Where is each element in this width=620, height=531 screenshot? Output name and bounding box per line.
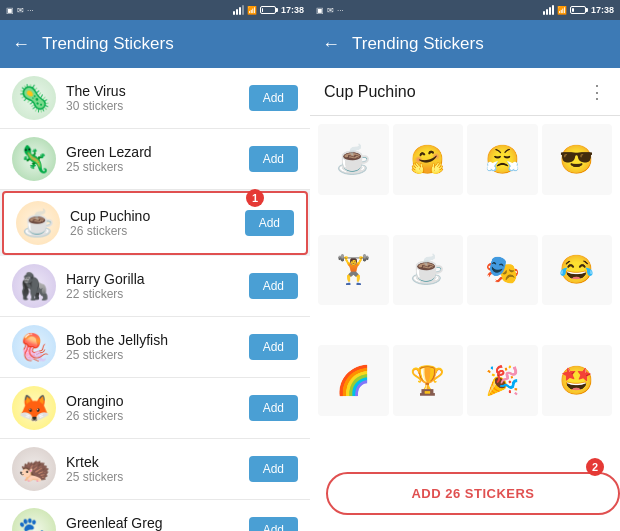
sticker-item-greenleaf[interactable]: 🐾 Greenleaf Greg 25 stickers Add xyxy=(0,500,310,531)
sticker-thumb-jellyfish: 🪼 xyxy=(12,325,56,369)
sticker-cell-10[interactable]: 🎉 xyxy=(467,345,538,416)
sticker-count-gorilla: 22 stickers xyxy=(66,287,239,301)
sticker-info-lezard: Green Lezard 25 stickers xyxy=(66,144,239,174)
sticker-item-virus[interactable]: 🦠 The Virus 30 stickers Add xyxy=(0,68,310,129)
sticker-cell-8[interactable]: 🌈 xyxy=(318,345,389,416)
badge-1: 1 xyxy=(246,189,264,207)
right-battery-icon xyxy=(570,6,588,14)
wifi-icon: 📶 xyxy=(247,6,257,15)
add-button-gorilla[interactable]: Add xyxy=(249,273,298,299)
sticker-name-lezard: Green Lezard xyxy=(66,144,239,160)
left-back-button[interactable]: ← xyxy=(12,34,30,55)
sticker-item-jellyfish[interactable]: 🪼 Bob the Jellyfish 25 stickers Add xyxy=(0,317,310,378)
sticker-name-cup: Cup Puchino xyxy=(70,208,235,224)
left-header-title: Trending Stickers xyxy=(42,34,174,54)
detail-title: Cup Puchino xyxy=(324,83,416,101)
sticker-cell-5[interactable]: ☕ xyxy=(393,235,464,306)
right-notification-icon: ▣ xyxy=(316,6,324,15)
sticker-thumb-cup: ☕ xyxy=(16,201,60,245)
right-time: 17:38 xyxy=(591,5,614,15)
right-header-title: Trending Stickers xyxy=(352,34,484,54)
sticker-cell-2[interactable]: 😤 xyxy=(467,124,538,195)
add-button-krtek[interactable]: Add xyxy=(249,456,298,482)
sticker-count-krtek: 25 stickers xyxy=(66,470,239,484)
add-button-jellyfish[interactable]: Add xyxy=(249,334,298,360)
sticker-cell-1[interactable]: 🤗 xyxy=(393,124,464,195)
sticker-count-lezard: 25 stickers xyxy=(66,160,239,174)
right-status-right: 📶 17:38 xyxy=(543,5,614,15)
notification-icon: ▣ xyxy=(6,6,14,15)
sticker-count-jellyfish: 25 stickers xyxy=(66,348,239,362)
add-button-lezard[interactable]: Add xyxy=(249,146,298,172)
sticker-thumb-virus: 🦠 xyxy=(12,76,56,120)
sticker-grid: ☕ 🤗 😤 😎 🏋️ ☕ 🎭 😂 🌈 🏆 🎉 🤩 xyxy=(310,116,620,460)
sticker-thumb-lezard: 🦎 xyxy=(12,137,56,181)
left-sticker-list: 🦠 The Virus 30 stickers Add 🦎 Green Leza… xyxy=(0,68,310,531)
sticker-cell-7[interactable]: 😂 xyxy=(542,235,613,306)
right-dots-icon: ··· xyxy=(337,6,344,15)
signal-icon xyxy=(233,5,244,15)
sticker-item-orangino[interactable]: 🦊 Orangino 26 stickers Add xyxy=(0,378,310,439)
add-button-cup[interactable]: Add xyxy=(245,210,294,236)
sticker-name-jellyfish: Bob the Jellyfish xyxy=(66,332,239,348)
sticker-cell-3[interactable]: 😎 xyxy=(542,124,613,195)
sticker-info-gorilla: Harry Gorilla 22 stickers xyxy=(66,271,239,301)
add-stickers-button[interactable]: ADD 26 STICKERS xyxy=(326,472,620,515)
sticker-thumb-gorilla: 🦍 xyxy=(12,264,56,308)
sticker-info-greenleaf: Greenleaf Greg 25 stickers xyxy=(66,515,239,531)
add-button-orangino[interactable]: Add xyxy=(249,395,298,421)
detail-header: Cup Puchino ⋮ xyxy=(310,68,620,116)
right-wifi-icon: 📶 xyxy=(557,6,567,15)
add-button-virus[interactable]: Add xyxy=(249,85,298,111)
left-status-right: 📶 17:38 xyxy=(233,5,304,15)
sticker-name-orangino: Orangino xyxy=(66,393,239,409)
sticker-info-krtek: Krtek 25 stickers xyxy=(66,454,239,484)
right-signal-icon xyxy=(543,5,554,15)
right-panel: ▣ ✉ ··· 📶 17:38 ← Trending Stickers xyxy=(310,0,620,531)
sticker-count-orangino: 26 stickers xyxy=(66,409,239,423)
sticker-cell-11[interactable]: 🤩 xyxy=(542,345,613,416)
sticker-info-cup: Cup Puchino 26 stickers xyxy=(70,208,235,238)
badge-2: 2 xyxy=(586,458,604,476)
left-header: ← Trending Stickers xyxy=(0,20,310,68)
sticker-info-jellyfish: Bob the Jellyfish 25 stickers xyxy=(66,332,239,362)
sticker-thumb-orangino: 🦊 xyxy=(12,386,56,430)
right-status-left: ▣ ✉ ··· xyxy=(316,6,344,15)
sticker-item-cup[interactable]: ☕ Cup Puchino 26 stickers Add 1 xyxy=(2,191,308,255)
add-button-greenleaf[interactable]: Add xyxy=(249,517,298,531)
sticker-count-virus: 30 stickers xyxy=(66,99,239,113)
right-back-button[interactable]: ← xyxy=(322,34,340,55)
sticker-info-virus: The Virus 30 stickers xyxy=(66,83,239,113)
sticker-info-orangino: Orangino 26 stickers xyxy=(66,393,239,423)
sticker-item-lezard[interactable]: 🦎 Green Lezard 25 stickers Add xyxy=(0,129,310,190)
left-status-bar: ▣ ✉ ··· 📶 17:38 xyxy=(0,0,310,20)
sticker-thumb-greenleaf: 🐾 xyxy=(12,508,56,531)
sticker-item-gorilla[interactable]: 🦍 Harry Gorilla 22 stickers Add xyxy=(0,256,310,317)
more-options-button[interactable]: ⋮ xyxy=(588,81,606,103)
dots-icon: ··· xyxy=(27,6,34,15)
sticker-name-virus: The Virus xyxy=(66,83,239,99)
left-panel: ▣ ✉ ··· 📶 17:38 ← Trending Stickers xyxy=(0,0,310,531)
sticker-name-greenleaf: Greenleaf Greg xyxy=(66,515,239,531)
left-time: 17:38 xyxy=(281,5,304,15)
sticker-cell-4[interactable]: 🏋️ xyxy=(318,235,389,306)
message-icon: ✉ xyxy=(17,6,24,15)
sticker-cell-9[interactable]: 🏆 xyxy=(393,345,464,416)
left-status-left: ▣ ✉ ··· xyxy=(6,6,34,15)
sticker-name-krtek: Krtek xyxy=(66,454,239,470)
right-message-icon: ✉ xyxy=(327,6,334,15)
right-header: ← Trending Stickers xyxy=(310,20,620,68)
sticker-cell-6[interactable]: 🎭 xyxy=(467,235,538,306)
sticker-thumb-krtek: 🦔 xyxy=(12,447,56,491)
sticker-item-krtek[interactable]: 🦔 Krtek 25 stickers Add xyxy=(0,439,310,500)
right-status-bar: ▣ ✉ ··· 📶 17:38 xyxy=(310,0,620,20)
sticker-name-gorilla: Harry Gorilla xyxy=(66,271,239,287)
battery-icon xyxy=(260,6,278,14)
add-stickers-section: ADD 26 STICKERS 2 xyxy=(310,460,620,531)
sticker-count-cup: 26 stickers xyxy=(70,224,235,238)
sticker-cell-0[interactable]: ☕ xyxy=(318,124,389,195)
